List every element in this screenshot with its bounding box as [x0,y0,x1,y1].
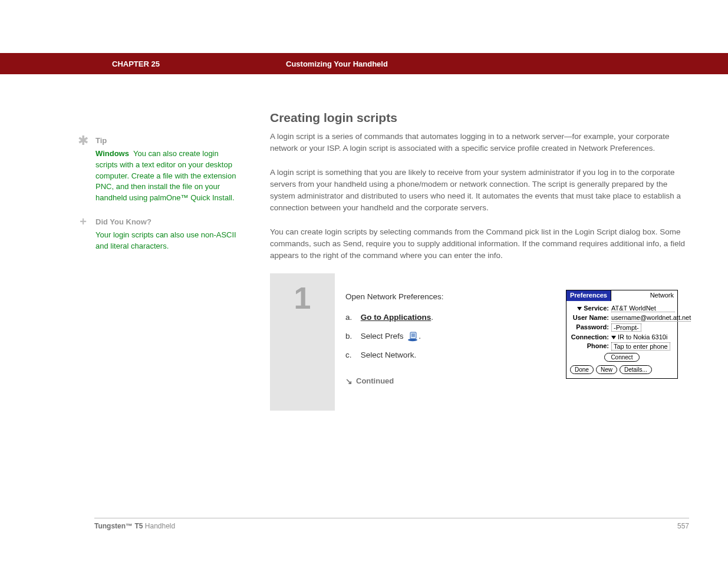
step-c: c. Select Network. [345,348,554,362]
paragraph-2: A login script is something that you are… [270,167,689,214]
step-body: Open Network Preferences: a. Go to Appli… [335,273,689,410]
step-number-gutter: 1 [270,273,335,410]
prefs-app-icon [407,331,419,342]
password-value[interactable]: -Prompt- [611,323,641,332]
step-a-after: . [431,313,433,322]
username-value[interactable]: username@worldnet.att.net [611,314,691,322]
palm-title-left: Preferences [566,290,611,301]
page-footer: Tungsten™ T5 Handheld 557 [94,518,689,530]
tip-body: Windows You can also create login script… [95,148,242,204]
plus-icon: + [77,216,90,252]
asterisk-icon: ✱ [77,134,90,204]
connect-button[interactable]: Connect [604,353,639,362]
product-name: Tungsten™ T5 Handheld [94,522,175,530]
service-value[interactable]: AT&T WorldNet [611,305,675,312]
done-button[interactable]: Done [570,365,594,374]
phone-value[interactable]: Tap to enter phone [611,342,670,351]
tip-heading: Tip [95,135,242,147]
step-a: a. Go to Applications. [345,310,554,325]
go-to-applications-link[interactable]: Go to Applications [361,313,431,322]
palm-body: Service: AT&T WorldNet User Name: userna… [566,301,677,378]
step-card: 1 Open Network Preferences: a. Go to App… [270,273,689,410]
palm-titlebar: Preferences Network [566,290,677,301]
connection-value[interactable]: IR to Nokia 6310i [618,333,667,340]
step-intro: Open Network Preferences: [345,290,554,304]
continued-arrow-icon: ↘ [345,374,353,389]
step-b: b. Select Prefs . [345,329,554,343]
did-you-know-block: + Did You Know? Your login scripts can a… [77,217,242,252]
dropdown-icon [577,307,582,310]
chapter-title: Customizing Your Handheld [286,59,388,68]
paragraph-1: A login script is a series of commands t… [270,131,689,155]
paragraph-3: You can create login scripts by selectin… [270,226,689,262]
continued-label: Continued [356,376,394,385]
connection-label: Connection: [569,333,611,340]
phone-label: Phone: [569,342,611,349]
step-number: 1 [270,283,335,313]
list-letter-a: a. [345,310,358,325]
step-c-text: Select Network. [361,351,417,359]
service-label: Service: [584,305,609,312]
dyk-heading: Did You Know? [95,217,242,228]
list-letter-b: b. [345,329,358,343]
main-content: Creating login scripts A login script is… [270,111,689,411]
step-text: Open Network Preferences: a. Go to Appli… [345,290,554,389]
new-button[interactable]: New [596,365,617,374]
chapter-label: CHAPTER 25 [112,59,160,68]
step-b-after: . [419,332,421,340]
list-letter-c: c. [345,348,358,362]
password-label: Password: [569,323,611,330]
username-label: User Name: [569,314,611,321]
palm-screenshot: Preferences Network Service: AT&T WorldN… [566,290,678,379]
palm-title-right: Network [611,290,677,301]
step-b-before: Select Prefs [361,332,406,340]
page-number: 557 [677,522,689,530]
chapter-header: CHAPTER 25 Customizing Your Handheld [0,53,728,74]
section-heading: Creating login scripts [270,111,689,125]
details-button[interactable]: Details... [620,365,652,374]
dyk-body: Your login scripts can also use non-ASCI… [95,230,242,252]
tip-lead: Windows [95,149,129,158]
sidebar: ✱ Tip Windows You can also create login … [77,135,242,265]
continued-indicator: ↘Continued [345,374,554,389]
dropdown-icon [611,336,616,339]
tip-block: ✱ Tip Windows You can also create login … [77,135,242,204]
